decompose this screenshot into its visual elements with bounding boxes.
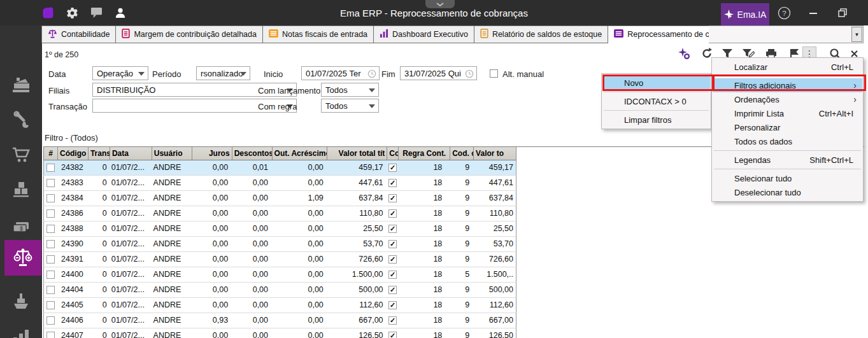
cell-descontos: 0,00	[232, 313, 272, 328]
tab-contabilidade[interactable]: Contabilidade	[41, 25, 116, 43]
annotation-box	[602, 74, 714, 91]
table-row[interactable]: 24390001/07/2...ANDRE0,000,000,0053,70✓1…	[43, 237, 516, 252]
cell-usuario: ANDRE	[152, 283, 192, 297]
menu-item-label: IDCONTACX > 0	[624, 97, 687, 106]
row-checkbox[interactable]	[46, 332, 55, 338]
column-header-cont[interactable]: Cont	[387, 147, 399, 160]
column-header-juros[interactable]: Juros	[192, 147, 232, 160]
table-row[interactable]: 24382001/07/2...ANDRE0,000,010,00459,17✓…	[43, 160, 516, 176]
table-row[interactable]: 24405001/07/2...ANDRE0,000,000,00112,60✓…	[43, 298, 516, 313]
tab-dashboard-executivo[interactable]: Dashboard Executivo	[374, 25, 474, 43]
row-checkbox[interactable]	[46, 164, 55, 172]
menu-item-todos-os-dados[interactable]: Todos os dados	[713, 134, 862, 148]
column-header-valor_total[interactable]: Valor total tít	[327, 147, 387, 160]
table-row[interactable]: 24404001/07/2...ANDRE0,000,000,00500,00✓…	[43, 283, 516, 298]
table-row[interactable]: 24386001/07/2...ANDRE0,000,000,00110,80✓…	[43, 206, 516, 222]
sidebar-item-tools[interactable]	[0, 106, 42, 132]
periodo-select[interactable]: rsonalizado	[196, 66, 250, 80]
sidebar-item-chart-bars[interactable]	[0, 325, 42, 338]
menu-item-legendas[interactable]: LegendasShift+Ctrl+L	[713, 153, 862, 167]
column-header-trans[interactable]: Trans	[89, 147, 110, 160]
minimize-button[interactable]	[806, 6, 820, 20]
cont-checkbox[interactable]: ✓	[388, 301, 397, 309]
menu-item-personalizar[interactable]: Personalizar	[713, 120, 862, 134]
cont-checkbox[interactable]: ✓	[388, 332, 397, 338]
menu-item-localizar[interactable]: LocalizarCtrl+L	[713, 60, 862, 74]
tab-margem-de-contribui-o-detalhada[interactable]: Margem de contribuição detalhada	[116, 25, 262, 43]
sidebar-item-money[interactable]: $	[0, 215, 42, 240]
cont-checkbox[interactable]: ✓	[388, 209, 397, 218]
fim-date-input[interactable]: 31/07/2025 Qui	[400, 66, 477, 80]
table-row[interactable]: 24388001/07/2...ANDRE0,000,000,0025,50✓1…	[43, 222, 516, 237]
emaia-button[interactable]: Ema.IA	[721, 3, 769, 25]
row-checkbox[interactable]	[46, 209, 55, 218]
column-header-cod_con[interactable]: Cod. con	[450, 147, 474, 160]
cont-checkbox[interactable]: ✓	[388, 255, 397, 264]
cell-codigo: 24405	[58, 298, 89, 313]
row-checkbox[interactable]	[46, 271, 55, 279]
row-checkbox[interactable]	[46, 240, 55, 248]
menu-item-idcontacx-0[interactable]: IDCONTACX > 0	[602, 94, 710, 108]
close-button[interactable]	[865, 6, 868, 20]
cont-checkbox[interactable]: ✓	[388, 225, 397, 233]
cont-checkbox[interactable]: ✓	[388, 164, 397, 172]
table-row[interactable]: 24406001/07/2...ANDRE0,930,000,00667,00✓…	[43, 313, 516, 328]
titlebar-collapse-handle[interactable]	[425, 0, 455, 8]
tab-relat-rio-de-saldos-de-estoque[interactable]: Relatório de saldos de estoque	[474, 25, 608, 43]
cell-cod_con: 5	[450, 267, 473, 282]
menu-item-label: Selecionar tudo	[734, 174, 792, 183]
tab-notas-fiscais-de-entrada[interactable]: Notas fiscais de entrada	[263, 25, 374, 43]
row-checkbox[interactable]	[46, 225, 55, 233]
cont-checkbox[interactable]: ✓	[388, 271, 397, 279]
menu-item-imprimir-lista[interactable]: Imprimir ListaCtrl+Alt+I	[713, 106, 862, 120]
row-checkbox[interactable]	[46, 316, 55, 325]
cell-data: 01/07/2...	[110, 160, 152, 175]
column-header-data[interactable]: Data	[110, 147, 152, 160]
inicio-date-input[interactable]: 01/07/2025 Ter	[301, 66, 380, 80]
chevron-down-icon	[138, 72, 145, 76]
sidebar-item-cash-register[interactable]	[0, 72, 42, 97]
menu-item-ordena-es[interactable]: Ordenações›	[713, 92, 862, 106]
table-row[interactable]: 24384001/07/2...ANDRE0,000,001,09637,84✓…	[43, 191, 516, 206]
cont-checkbox[interactable]: ✓	[388, 179, 397, 187]
cell-usuario: ANDRE	[152, 328, 192, 338]
cont-checkbox[interactable]: ✓	[388, 194, 397, 202]
com-lancamento-select[interactable]: Todos	[321, 83, 379, 97]
sidebar-item-scales[interactable]	[4, 240, 41, 276]
table-row[interactable]: 24400001/07/2...ANDRE0,000,000,001.500,0…	[43, 267, 516, 283]
column-header-descontos[interactable]: Descontos	[232, 147, 273, 160]
menu-item-limpar-filtros[interactable]: Limpar filtros	[602, 113, 710, 127]
column-header-valor_to[interactable]: Valor to	[474, 147, 516, 160]
com-lancamento-label: Com lançamento	[258, 86, 320, 95]
tab-search-combobox[interactable]: ▼	[709, 25, 864, 43]
row-checkbox[interactable]	[46, 179, 55, 187]
restore-button[interactable]	[836, 6, 850, 20]
row-checkbox[interactable]	[46, 286, 55, 294]
column-header-codigo[interactable]: Código	[58, 147, 89, 160]
menu-item-selecionar-tudo[interactable]: Selecionar tudo	[713, 171, 862, 185]
cell-regra: 18	[398, 191, 450, 206]
cont-checkbox[interactable]: ✓	[388, 240, 397, 248]
column-header-regra[interactable]: Regra Cont.	[399, 147, 450, 160]
data-select[interactable]: Operação	[92, 66, 148, 80]
column-header-usuario[interactable]: Usuário	[152, 147, 192, 160]
cont-checkbox[interactable]: ✓	[388, 316, 397, 325]
toolbar-ai-sparkle-icon[interactable]	[677, 46, 691, 60]
com-regra-select[interactable]: Todos	[321, 99, 379, 113]
row-checkbox[interactable]	[46, 301, 55, 309]
row-checkbox[interactable]	[46, 194, 55, 202]
sidebar-item-boxes[interactable]	[0, 176, 42, 202]
sidebar-item-ship[interactable]	[0, 288, 42, 314]
alt-manual-checkbox[interactable]	[490, 69, 498, 78]
sidebar-item-cart[interactable]	[0, 142, 42, 167]
table-row[interactable]: 24383001/07/2...ANDRE0,000,000,00447,61✓…	[43, 176, 516, 191]
column-header-out_acrescimo[interactable]: Out. Acréscimo	[273, 147, 328, 160]
row-checkbox[interactable]	[46, 255, 55, 264]
help-button[interactable]: ?	[777, 6, 791, 20]
column-header-select[interactable]: #	[44, 147, 58, 160]
chevron-down-icon[interactable]: ▼	[851, 27, 862, 42]
cont-checkbox[interactable]: ✓	[388, 286, 397, 294]
table-row[interactable]: 24407001/07/2...ANDRE0,000,000,00126,50✓…	[43, 328, 516, 338]
table-row[interactable]: 24391001/07/2...ANDRE0,000,000,00726,60✓…	[43, 252, 516, 267]
menu-item-deselecionar-tudo[interactable]: Deselecionar tudo	[713, 185, 862, 199]
